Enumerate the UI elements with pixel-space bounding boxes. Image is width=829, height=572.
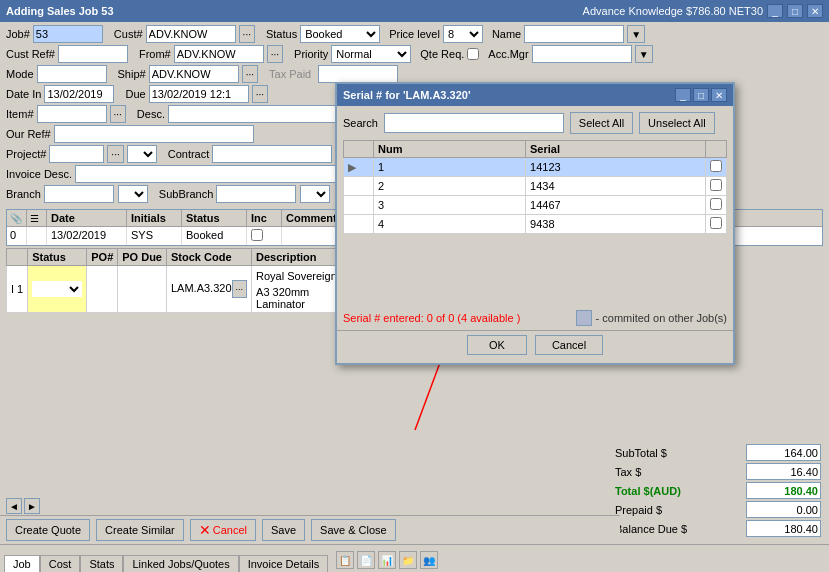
- name-input[interactable]: [524, 25, 624, 43]
- job-label: Job#: [6, 28, 30, 40]
- serial-col-serial: Serial: [526, 141, 706, 158]
- branch-input[interactable]: [44, 185, 114, 203]
- row-status[interactable]: [28, 266, 87, 313]
- ourref-input[interactable]: [54, 125, 254, 143]
- tab-icon-3[interactable]: 📊: [378, 551, 396, 569]
- accmgr-input[interactable]: [532, 45, 632, 63]
- serial-check-4[interactable]: [706, 215, 727, 234]
- pricelevel-select[interactable]: 8: [443, 25, 483, 43]
- total-value: [746, 482, 821, 499]
- tab-icon-5[interactable]: 👥: [420, 551, 438, 569]
- project-input[interactable]: [49, 145, 104, 163]
- create-similar-button[interactable]: Create Similar: [96, 519, 184, 541]
- cust-input[interactable]: [146, 25, 236, 43]
- item-input[interactable]: [37, 105, 107, 123]
- tab-stats[interactable]: Stats: [80, 555, 123, 572]
- serial-row-1[interactable]: ▶ 1 14123: [344, 158, 727, 177]
- select-all-button[interactable]: Select All: [570, 112, 633, 134]
- scroll-right-button[interactable]: ►: [24, 498, 40, 514]
- save-close-button[interactable]: Save & Close: [311, 519, 396, 541]
- ship-dots-button[interactable]: ···: [242, 65, 258, 83]
- minimize-button[interactable]: _: [767, 4, 783, 18]
- status-select[interactable]: Booked: [300, 25, 380, 43]
- project-select[interactable]: [127, 145, 157, 163]
- unselect-all-button[interactable]: Unselect All: [639, 112, 714, 134]
- taxpaid-input[interactable]: [318, 65, 398, 83]
- tab-icon-1[interactable]: 📋: [336, 551, 354, 569]
- name-dropdown[interactable]: ▼: [627, 25, 645, 43]
- row-stock-code: LAM.A3.320···: [166, 266, 251, 313]
- from-dots-button[interactable]: ···: [267, 45, 283, 63]
- close-button[interactable]: ✕: [807, 4, 823, 18]
- search-label: Search: [343, 117, 378, 129]
- accmgr-label: Acc.Mgr: [488, 48, 528, 60]
- serial-row-2[interactable]: 2 1434: [344, 177, 727, 196]
- serial-check-1[interactable]: [706, 158, 727, 177]
- from-input[interactable]: [174, 45, 264, 63]
- item-label: Item#: [6, 108, 34, 120]
- committed-box: [576, 310, 592, 326]
- serial-status-bar: Serial # entered: 0 of 0 (4 available ) …: [337, 306, 733, 330]
- project-label: Project#: [6, 148, 46, 160]
- modal-close-button[interactable]: ✕: [711, 88, 727, 102]
- committed-label: - commited on other Job(s): [596, 312, 727, 324]
- project-dots-button[interactable]: ···: [107, 145, 123, 163]
- subbranch-select[interactable]: [300, 185, 330, 203]
- priority-select[interactable]: Normal: [331, 45, 411, 63]
- tab-job[interactable]: Job: [4, 555, 40, 572]
- mode-input[interactable]: [37, 65, 107, 83]
- scroll-left-button[interactable]: ◄: [6, 498, 22, 514]
- serial-value-1: 14123: [526, 158, 706, 177]
- modal-restore-button[interactable]: □: [693, 88, 709, 102]
- serial-row-4[interactable]: 4 9438: [344, 215, 727, 234]
- modal-cancel-button[interactable]: Cancel: [535, 335, 603, 355]
- tab-bar: Job Cost Stats Linked Jobs/Quotes Invoic…: [0, 544, 829, 572]
- modal-content: Search Select All Unselect All Num Seria…: [337, 106, 733, 306]
- branch-select[interactable]: [118, 185, 148, 203]
- datein-label: Date In: [6, 88, 41, 100]
- contract-input[interactable]: [212, 145, 332, 163]
- accmgr-dropdown[interactable]: ▼: [635, 45, 653, 63]
- serial-row-indicator-2: [344, 177, 374, 196]
- subbranch-input[interactable]: [216, 185, 296, 203]
- datein-input[interactable]: [44, 85, 114, 103]
- modal-minimize-button[interactable]: _: [675, 88, 691, 102]
- serial-modal: Serial # for 'LAM.A3.320' _ □ ✕ Search S…: [335, 82, 735, 365]
- cancel-button[interactable]: ✕ Cancel: [190, 519, 256, 541]
- qtereq-label: Qte Req.: [420, 48, 464, 60]
- serial-check-2[interactable]: [706, 177, 727, 196]
- qtereq-checkbox[interactable]: [467, 48, 479, 60]
- title-bar-right: Advance Knowledge $786.80 NET30 _ □ ✕: [583, 4, 823, 18]
- create-quote-button[interactable]: Create Quote: [6, 519, 90, 541]
- tab-icon-2[interactable]: 📄: [357, 551, 375, 569]
- serial-status-text: Serial # entered: 0 of 0 (4 available ): [343, 312, 520, 324]
- due-input[interactable]: [149, 85, 249, 103]
- item-dots-button[interactable]: ···: [110, 105, 126, 123]
- restore-button[interactable]: □: [787, 4, 803, 18]
- serial-row-3[interactable]: 3 14467: [344, 196, 727, 215]
- custref-input[interactable]: [58, 45, 128, 63]
- ship-input[interactable]: [149, 65, 239, 83]
- cust-label: Cust#: [114, 28, 143, 40]
- search-input[interactable]: [384, 113, 564, 133]
- notes-cell-icon: [27, 227, 47, 245]
- invoicedesc-input[interactable]: [75, 165, 375, 183]
- serial-check-3[interactable]: [706, 196, 727, 215]
- subbranch-label: SubBranch: [159, 188, 213, 200]
- serial-num-2: 2: [374, 177, 526, 196]
- tab-icon-4[interactable]: 📁: [399, 551, 417, 569]
- ok-button[interactable]: OK: [467, 335, 527, 355]
- tab-linked-jobs[interactable]: Linked Jobs/Quotes: [123, 555, 238, 572]
- subtotal-value: [746, 444, 821, 461]
- tab-cost[interactable]: Cost: [40, 555, 81, 572]
- invoicedesc-label: Invoice Desc.: [6, 168, 72, 180]
- save-button[interactable]: Save: [262, 519, 305, 541]
- contract-label: Contract: [168, 148, 210, 160]
- tab-invoice-details[interactable]: Invoice Details: [239, 555, 329, 572]
- serial-col-num: Num: [374, 141, 526, 158]
- cust-dots-button[interactable]: ···: [239, 25, 255, 43]
- job-input[interactable]: [33, 25, 103, 43]
- due-dots-button[interactable]: ···: [252, 85, 268, 103]
- search-row: Search Select All Unselect All: [343, 112, 727, 134]
- serial-row-indicator-3: [344, 196, 374, 215]
